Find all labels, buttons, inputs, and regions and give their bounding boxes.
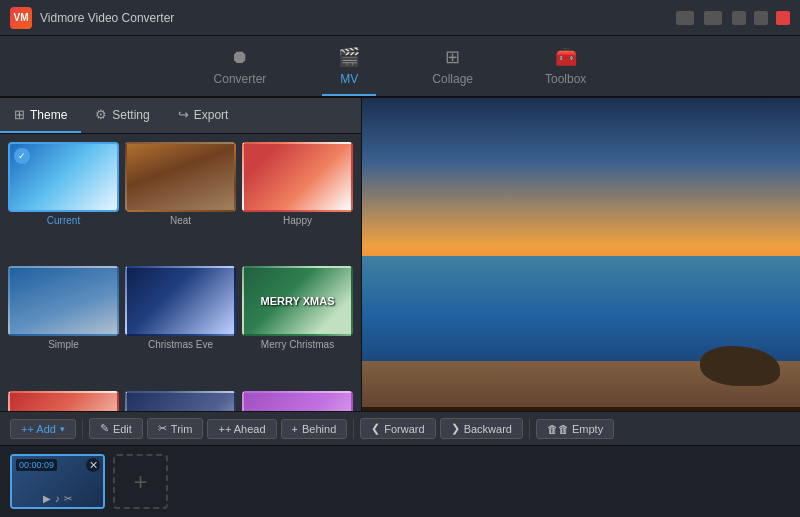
theme-happy[interactable]: Happy — [242, 142, 353, 260]
menu-button[interactable]: ☰ — [704, 11, 722, 25]
tab-collage[interactable]: ⊞ Collage — [416, 38, 489, 96]
minimize-button[interactable]: — — [732, 11, 746, 25]
add-clip-button[interactable]: + — [113, 454, 168, 509]
window-controls: 💬 ☰ — □ ✕ — [676, 11, 790, 25]
subtab-setting[interactable]: ⚙ Setting — [81, 98, 163, 133]
clip-play-icon: ▶ — [43, 493, 51, 504]
edit-button[interactable]: ✎ Edit — [89, 418, 143, 439]
theme-current[interactable]: ✓ Current — [8, 142, 119, 260]
bottom-toolbar: + + Add ▾ ✎ Edit ✂ Trim + + Ahead + Behi… — [0, 411, 800, 445]
theme-merry-christmas[interactable]: MERRY XMAS Merry Christmas — [242, 266, 353, 384]
app-logo: VM — [10, 7, 32, 29]
trash-icon: 🗑 — [547, 423, 558, 435]
theme-selected-indicator: ✓ — [14, 148, 30, 164]
clip-audio-icon: ♪ — [55, 493, 60, 504]
tab-mv[interactable]: 🎬 MV — [322, 38, 376, 96]
theme-simple-label: Simple — [48, 339, 79, 350]
maximize-button[interactable]: □ — [754, 11, 768, 25]
mv-icon: 🎬 — [338, 46, 360, 68]
video-preview: Export — [362, 98, 800, 449]
subtab-export[interactable]: ↪ Export — [164, 98, 243, 133]
titlebar: VM Vidmore Video Converter 💬 ☰ — □ ✕ — [0, 0, 800, 36]
theme-happy-thumb — [242, 142, 353, 212]
sub-tabs: ⊞ Theme ⚙ Setting ↪ Export — [0, 98, 361, 134]
tab-converter[interactable]: ⏺ Converter — [198, 39, 283, 96]
backward-icon: ❯ — [451, 422, 460, 435]
theme-current-label: Current — [47, 215, 80, 226]
separator-3 — [529, 419, 530, 439]
collage-icon: ⊞ — [445, 46, 460, 68]
theme-current-thumb: ✓ — [8, 142, 119, 212]
clip-cut-icon: ✂ — [64, 493, 72, 504]
setting-gear-icon: ⚙ — [95, 107, 107, 122]
behind-button[interactable]: + Behind — [281, 419, 348, 439]
theme-happy-label: Happy — [283, 215, 312, 226]
backward-button[interactable]: ❯ Backward — [440, 418, 523, 439]
theme-christmas-eve-label: Christmas Eve — [148, 339, 213, 350]
theme-neat[interactable]: Neat — [125, 142, 236, 260]
chat-button[interactable]: 💬 — [676, 11, 694, 25]
clip-close-button[interactable]: ✕ — [86, 458, 100, 472]
add-dropdown-arrow: ▾ — [60, 424, 65, 434]
add-button[interactable]: + + Add ▾ — [10, 419, 76, 439]
timeline: 00:00:09 ✕ ▶ ♪ ✂ + — [0, 445, 800, 517]
clip-duration: 00:00:09 — [16, 459, 57, 471]
theme-merry-christmas-label: Merry Christmas — [261, 339, 334, 350]
empty-button[interactable]: 🗑 🗑 Empty — [536, 419, 614, 439]
separator-1 — [82, 419, 83, 439]
app-title: Vidmore Video Converter — [40, 11, 676, 25]
theme-merry-christmas-thumb: MERRY XMAS — [242, 266, 353, 336]
theme-grid-icon: ⊞ — [14, 107, 25, 122]
timeline-clip[interactable]: 00:00:09 ✕ ▶ ♪ ✂ — [10, 454, 105, 509]
tab-toolbox[interactable]: 🧰 Toolbox — [529, 38, 602, 96]
edit-icon: ✎ — [100, 422, 109, 435]
toolbox-icon: 🧰 — [555, 46, 577, 68]
theme-simple-thumb — [8, 266, 119, 336]
main-navigation: ⏺ Converter 🎬 MV ⊞ Collage 🧰 Toolbox — [0, 36, 800, 98]
converter-icon: ⏺ — [231, 47, 249, 68]
theme-simple[interactable]: Simple — [8, 266, 119, 384]
forward-button[interactable]: ❮ Forward — [360, 418, 435, 439]
clip-icons: ▶ ♪ ✂ — [12, 493, 103, 504]
theme-christmas-eve-thumb — [125, 266, 236, 336]
subtab-theme[interactable]: ⊞ Theme — [0, 98, 81, 133]
trim-button[interactable]: ✂ Trim — [147, 418, 204, 439]
forward-icon: ❮ — [371, 422, 380, 435]
theme-neat-thumb — [125, 142, 236, 212]
close-button[interactable]: ✕ — [776, 11, 790, 25]
export-arrow-icon: ↪ — [178, 107, 189, 122]
scissors-icon: ✂ — [158, 422, 167, 435]
ahead-button[interactable]: + + Ahead — [207, 419, 276, 439]
theme-christmas-eve[interactable]: Christmas Eve — [125, 266, 236, 384]
theme-neat-label: Neat — [170, 215, 191, 226]
separator-2 — [353, 419, 354, 439]
behind-icon: + — [292, 423, 298, 435]
